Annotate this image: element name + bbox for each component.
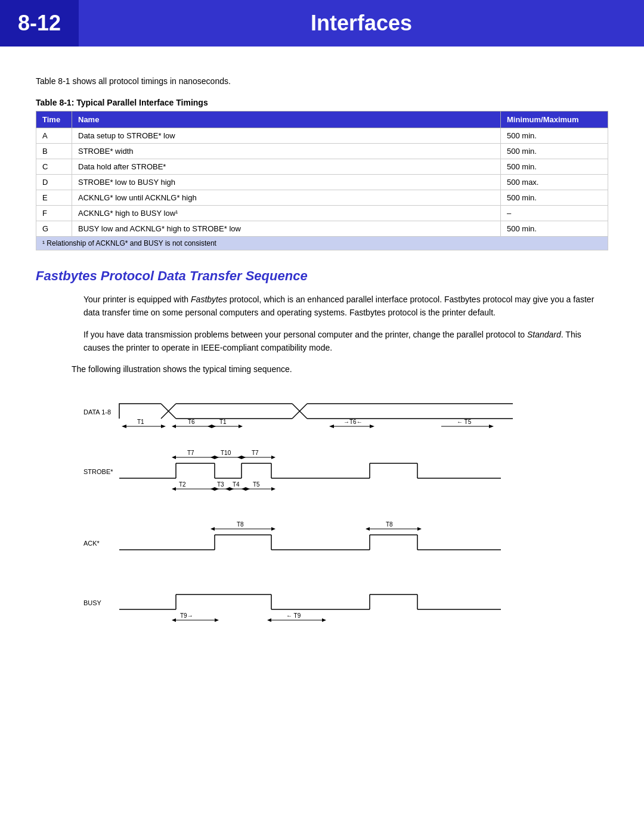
t9-arrow2-right bbox=[322, 618, 326, 622]
para-1: Your printer is equipped with Fastbytes … bbox=[83, 293, 608, 319]
t8-arrow2-right bbox=[417, 527, 422, 531]
cell-minmax: 500 min. bbox=[501, 190, 608, 206]
cell-minmax: – bbox=[501, 206, 608, 221]
t4-label: T4 bbox=[233, 481, 240, 488]
cell-time: B bbox=[36, 144, 72, 159]
timing-diagram-svg: DATA 1-8 STROBE* ACK* BUSY bbox=[83, 386, 549, 636]
t1-label-2: T1 bbox=[219, 419, 227, 425]
t9-arrow2-left bbox=[267, 618, 271, 622]
t9-arrow1-left bbox=[172, 618, 176, 622]
t2-label: T2 bbox=[179, 481, 186, 488]
t8-arrow1-right bbox=[271, 527, 275, 531]
t5-arrow2-right bbox=[271, 487, 275, 491]
t6-arrow-left bbox=[172, 425, 176, 428]
cell-time: D bbox=[36, 175, 72, 190]
t9-arrow1-right bbox=[215, 618, 219, 622]
cell-minmax: 500 min. bbox=[501, 128, 608, 144]
t10-arrow-left bbox=[210, 456, 215, 459]
cell-minmax: 500 min. bbox=[501, 159, 608, 175]
t1-arrow-right bbox=[161, 425, 166, 428]
label-data: DATA 1-8 bbox=[83, 408, 111, 416]
illustration-label: The following illustration shows the typ… bbox=[72, 364, 608, 374]
t1-arrow-left bbox=[122, 425, 126, 428]
cell-time: A bbox=[36, 128, 72, 144]
t3-arrow-left bbox=[210, 487, 215, 491]
t1-arrow2-right bbox=[239, 425, 243, 428]
t8-arrow2-left bbox=[366, 527, 370, 531]
table-row: EACKNLG* low until ACKNLG* high500 min. bbox=[36, 190, 608, 206]
cell-time: E bbox=[36, 190, 72, 206]
t6-label: T6 bbox=[188, 419, 195, 425]
cell-name: ACKNLG* low until ACKNLG* high bbox=[72, 190, 501, 206]
t7-label-2: T7 bbox=[252, 450, 259, 456]
cell-name: Data setup to STROBE* low bbox=[72, 128, 501, 144]
para-2: If you have data transmission problems b… bbox=[83, 329, 608, 354]
t7-arrow1-left bbox=[172, 456, 176, 459]
table-row: GBUSY low and ACKNLG* high to STROBE* lo… bbox=[36, 221, 608, 237]
table-row: FACKNLG* high to BUSY low¹– bbox=[36, 206, 608, 221]
t5-arrow2-left bbox=[242, 487, 246, 491]
page-title: Interfaces bbox=[79, 0, 644, 47]
cell-name: BUSY low and ACKNLG* high to STROBE* low bbox=[72, 221, 501, 237]
table-row: AData setup to STROBE* low500 min. bbox=[36, 128, 608, 144]
cell-minmax: 500 min. bbox=[501, 221, 608, 237]
table-row: DSTROBE* low to BUSY high500 max. bbox=[36, 175, 608, 190]
cell-name: Data hold after STROBE* bbox=[72, 159, 501, 175]
t6-label-2: →T6← bbox=[343, 419, 363, 425]
table-caption: Table 8-1: Typical Parallel Interface Ti… bbox=[36, 98, 608, 107]
col-time: Time bbox=[36, 112, 72, 128]
cell-minmax: 500 min. bbox=[501, 144, 608, 159]
label-ack: ACK* bbox=[83, 540, 100, 547]
page-header: 8-12 Interfaces bbox=[0, 0, 644, 47]
t8-label-2: T8 bbox=[386, 521, 393, 528]
col-name: Name bbox=[72, 112, 501, 128]
table-row: BSTROBE* width500 min. bbox=[36, 144, 608, 159]
cell-name: STROBE* width bbox=[72, 144, 501, 159]
col-minmax: Minimum/Maximum bbox=[501, 112, 608, 128]
section-heading: Fastbytes Protocol Data Transfer Sequenc… bbox=[36, 268, 608, 284]
t6-arrow2-left bbox=[329, 425, 334, 428]
t1-label-1: T1 bbox=[137, 419, 144, 425]
t1-arrow2-left bbox=[208, 425, 212, 428]
t7-label-1: T7 bbox=[187, 450, 194, 456]
t7-arrow2-right bbox=[271, 456, 275, 459]
t8-label-1: T8 bbox=[237, 521, 244, 528]
t9-label-1: T9→ bbox=[180, 612, 193, 619]
t3-label: T3 bbox=[217, 481, 224, 488]
timing-diagram: DATA 1-8 STROBE* ACK* BUSY bbox=[83, 386, 572, 636]
t10-label: T10 bbox=[221, 450, 231, 456]
main-content: Table 8-1 shows all protocol timings in … bbox=[0, 64, 644, 672]
label-strobe: STROBE* bbox=[83, 468, 113, 475]
t6-arrow2-right bbox=[370, 425, 374, 428]
cell-name: ACKNLG* high to BUSY low¹ bbox=[72, 206, 501, 221]
label-busy: BUSY bbox=[83, 599, 102, 606]
t7-arrow2-left bbox=[237, 456, 242, 459]
t4-arrow-left bbox=[225, 487, 230, 491]
intro-text: Table 8-1 shows all protocol timings in … bbox=[36, 76, 608, 86]
timing-table: Time Name Minimum/Maximum AData setup to… bbox=[36, 111, 608, 250]
cell-time: C bbox=[36, 159, 72, 175]
footnote-cell: ¹ Relationship of ACKNLG* and BUSY is no… bbox=[36, 237, 608, 250]
cell-minmax: 500 max. bbox=[501, 175, 608, 190]
page-number: 8-12 bbox=[0, 0, 79, 47]
t5-arrow-right bbox=[489, 425, 494, 428]
cell-time: G bbox=[36, 221, 72, 237]
t9-label-2: ← T9 bbox=[286, 612, 301, 619]
cell-name: STROBE* low to BUSY high bbox=[72, 175, 501, 190]
cell-time: F bbox=[36, 206, 72, 221]
t5-label-2: T5 bbox=[253, 481, 260, 488]
t2-arrow-left bbox=[172, 487, 176, 491]
footnote-row: ¹ Relationship of ACKNLG* and BUSY is no… bbox=[36, 237, 608, 250]
table-row: CData hold after STROBE*500 min. bbox=[36, 159, 608, 175]
t8-arrow1-left bbox=[210, 527, 215, 531]
t5-label: ← T5 bbox=[457, 419, 472, 425]
